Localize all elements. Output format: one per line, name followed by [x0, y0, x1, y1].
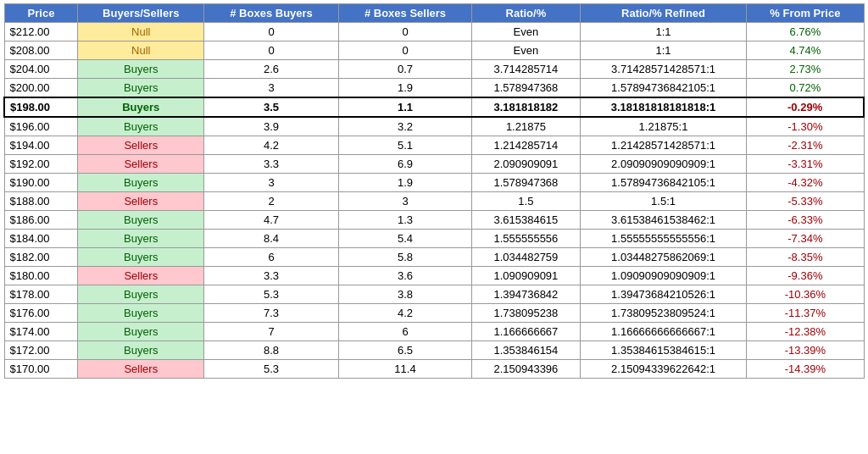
- from-price-cell: -12.38%: [747, 323, 864, 341]
- boxes-sellers-cell: 6.5: [339, 341, 472, 360]
- boxes-buyers-cell: 6: [204, 248, 339, 267]
- buyers-sellers-cell: Buyers: [78, 60, 204, 79]
- boxes-buyers-cell: 7: [204, 323, 339, 341]
- from-price-cell: -1.30%: [747, 117, 864, 136]
- ratio-cell: 1.21875: [471, 117, 580, 136]
- table-row: $184.00Buyers8.45.41.5555555561.55555555…: [4, 230, 864, 248]
- from-price-cell: 6.76%: [747, 23, 864, 42]
- ratio-refined-cell: 3.18181818181818:1: [580, 97, 746, 117]
- buyers-sellers-cell: Buyers: [78, 79, 204, 98]
- ratio-cell: 1.394736842: [471, 285, 580, 304]
- boxes-buyers-cell: 2: [204, 192, 339, 211]
- price-cell: $200.00: [4, 79, 78, 98]
- boxes-buyers-cell: 2.6: [204, 60, 339, 79]
- boxes-sellers-cell: 6.9: [339, 155, 472, 174]
- price-cell: $194.00: [4, 136, 78, 155]
- price-cell: $188.00: [4, 192, 78, 211]
- table-row: $208.00Null00Even1:14.74%: [4, 42, 864, 60]
- ratio-cell: 1.353846154: [471, 341, 580, 360]
- price-cell: $186.00: [4, 211, 78, 230]
- price-cell: $170.00: [4, 360, 78, 379]
- buyers-sellers-cell: Null: [78, 42, 204, 60]
- table-row: $182.00Buyers65.81.0344827591.0344827586…: [4, 248, 864, 267]
- table-row: $212.00Null00Even1:16.76%: [4, 23, 864, 42]
- table-row: $204.00Buyers2.60.73.7142857143.71428571…: [4, 60, 864, 79]
- boxes-sellers-cell: 1.9: [339, 79, 472, 98]
- ratio-refined-cell: 1.09090909090909:1: [580, 267, 746, 285]
- price-cell: $174.00: [4, 323, 78, 341]
- boxes-sellers-cell: 3: [339, 192, 472, 211]
- from-price-cell: 0.72%: [747, 79, 864, 98]
- buyers-sellers-cell: Buyers: [78, 248, 204, 267]
- price-cell: $208.00: [4, 42, 78, 60]
- buyers-sellers-cell: Sellers: [78, 155, 204, 174]
- boxes-buyers-cell: 3.5: [204, 97, 339, 117]
- boxes-buyers-cell: 3.3: [204, 155, 339, 174]
- boxes-buyers-cell: 7.3: [204, 304, 339, 323]
- buyers-sellers-cell: Buyers: [78, 304, 204, 323]
- buyers-sellers-cell: Buyers: [78, 341, 204, 360]
- table-row: $174.00Buyers761.1666666671.166666666666…: [4, 323, 864, 341]
- ratio-cell: 1.034482759: [471, 248, 580, 267]
- price-cell: $182.00: [4, 248, 78, 267]
- ratio-refined-cell: 1.57894736842105:1: [580, 174, 746, 192]
- table-row: $172.00Buyers8.86.51.3538461541.35384615…: [4, 341, 864, 360]
- ratio-refined-cell: 1.73809523809524:1: [580, 304, 746, 323]
- ratio-refined-cell: 1:1: [580, 42, 746, 60]
- ratio-refined-cell: 1.57894736842105:1: [580, 79, 746, 98]
- ratio-cell: 1.555555556: [471, 230, 580, 248]
- from-price-cell: -13.39%: [747, 341, 864, 360]
- table-row: $200.00Buyers31.91.5789473681.5789473684…: [4, 79, 864, 98]
- price-cell: $196.00: [4, 117, 78, 136]
- boxes-buyers-cell: 8.4: [204, 230, 339, 248]
- from-price-cell: -0.29%: [747, 97, 864, 117]
- boxes-buyers-cell: 3.3: [204, 267, 339, 285]
- ratio-cell: 3.714285714: [471, 60, 580, 79]
- table-row: $186.00Buyers4.71.33.6153846153.61538461…: [4, 211, 864, 230]
- from-price-cell: -5.33%: [747, 192, 864, 211]
- ratio-cell: 1.090909091: [471, 267, 580, 285]
- buyers-sellers-cell: Buyers: [78, 285, 204, 304]
- table-row: $180.00Sellers3.33.61.0909090911.0909090…: [4, 267, 864, 285]
- boxes-buyers-cell: 8.8: [204, 341, 339, 360]
- boxes-sellers-cell: 5.8: [339, 248, 472, 267]
- table-row: $198.00Buyers3.51.13.1818181823.18181818…: [4, 97, 864, 117]
- main-table: PriceBuyers/Sellers# Boxes Buyers# Boxes…: [3, 3, 865, 379]
- from-price-cell: -3.31%: [747, 155, 864, 174]
- ratio-cell: 1.738095238: [471, 304, 580, 323]
- from-price-cell: -2.31%: [747, 136, 864, 155]
- table-row: $178.00Buyers5.33.81.3947368421.39473684…: [4, 285, 864, 304]
- ratio-refined-cell: 1.35384615384615:1: [580, 341, 746, 360]
- from-price-cell: -14.39%: [747, 360, 864, 379]
- boxes-sellers-cell: 0: [339, 42, 472, 60]
- ratio-cell: 1.5: [471, 192, 580, 211]
- boxes-sellers-cell: 1.9: [339, 174, 472, 192]
- price-cell: $184.00: [4, 230, 78, 248]
- column-header: Ratio/%: [471, 4, 580, 23]
- boxes-buyers-cell: 3: [204, 174, 339, 192]
- price-cell: $172.00: [4, 341, 78, 360]
- price-cell: $192.00: [4, 155, 78, 174]
- buyers-sellers-cell: Sellers: [78, 136, 204, 155]
- boxes-sellers-cell: 5.1: [339, 136, 472, 155]
- column-header: Buyers/Sellers: [78, 4, 204, 23]
- boxes-sellers-cell: 11.4: [339, 360, 472, 379]
- boxes-sellers-cell: 3.2: [339, 117, 472, 136]
- ratio-refined-cell: 1:1: [580, 23, 746, 42]
- buyers-sellers-cell: Buyers: [78, 323, 204, 341]
- buyers-sellers-cell: Sellers: [78, 360, 204, 379]
- from-price-cell: 4.74%: [747, 42, 864, 60]
- column-header: # Boxes Sellers: [339, 4, 472, 23]
- ratio-cell: 2.150943396: [471, 360, 580, 379]
- ratio-refined-cell: 2.09090909090909:1: [580, 155, 746, 174]
- from-price-cell: -6.33%: [747, 211, 864, 230]
- from-price-cell: -8.35%: [747, 248, 864, 267]
- price-cell: $176.00: [4, 304, 78, 323]
- boxes-buyers-cell: 0: [204, 23, 339, 42]
- from-price-cell: -7.34%: [747, 230, 864, 248]
- ratio-cell: Even: [471, 42, 580, 60]
- table-row: $190.00Buyers31.91.5789473681.5789473684…: [4, 174, 864, 192]
- table-row: $194.00Sellers4.25.11.2142857141.2142857…: [4, 136, 864, 155]
- price-cell: $180.00: [4, 267, 78, 285]
- boxes-buyers-cell: 3: [204, 79, 339, 98]
